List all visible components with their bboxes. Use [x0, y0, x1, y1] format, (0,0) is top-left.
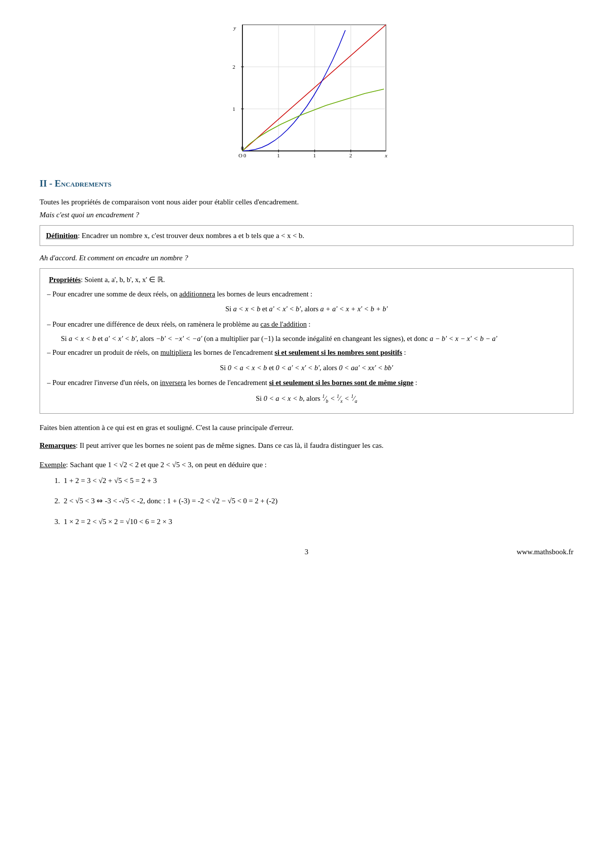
svg-text:y: y	[233, 25, 236, 31]
definition-label: Définition	[46, 232, 78, 240]
prop-4-formula: Si 0 < a < x < b, alors 1⁄b < 1⁄x < 1⁄a	[47, 392, 566, 405]
chart-container: 1 1 2 1 2 O 0 0	[40, 20, 573, 163]
svg-text:2: 2	[233, 64, 236, 70]
intro-text: Toutes les propriétés de comparaison von…	[40, 196, 573, 208]
remarks-text: Remarques: Il peut arriver que les borne…	[40, 439, 573, 452]
example-label: Exemple	[40, 461, 66, 469]
prop-2-detail: Si a < x < b et a' < x' < b', alors −b' …	[47, 333, 566, 345]
remarks-label: Remarques	[40, 441, 76, 449]
svg-text:2: 2	[349, 152, 352, 158]
svg-text:x: x	[384, 152, 387, 158]
page-content: 1 1 2 1 2 O 0 0	[40, 20, 573, 556]
section-ii: II - Encadrements	[40, 178, 573, 189]
example-item-3: 3. 1 × 2 = 2 < √5 × 2 = √10 < 6 = 2 × 3	[54, 516, 573, 529]
page-footer: 3 www.mathsbook.fr	[40, 548, 573, 556]
example-intro-text: : Sachant que 1 < √2 < 2 et que 2 < √5 <…	[66, 461, 267, 469]
svg-text:1: 1	[277, 152, 280, 158]
definition-text: : Encadrer un nombre x, c'est trouver de…	[78, 232, 304, 240]
website-label: www.mathsbook.fr	[517, 548, 573, 556]
italic-question-1: Mais c'est quoi un encadrement ?	[40, 211, 573, 219]
properties-header-text: : Soient a, a', b, b', x, x' ∈ ℝ.	[81, 276, 165, 284]
svg-text:O: O	[238, 152, 242, 158]
prop-3: – Pour encadrer un produit de réels, on …	[47, 346, 566, 359]
example-list: 1. 1 + 2 = 3 < √2 + √5 < 5 = 2 + 3 2. 2 …	[40, 475, 573, 529]
remarks-body: : Il peut arriver que les bornes ne soie…	[76, 441, 383, 449]
properties-box: Propriétés: Soient a, a', b, b', x, x' ∈…	[40, 268, 573, 414]
example-item-1: 1. 1 + 2 = 3 < √2 + √5 < 5 = 2 + 3	[54, 475, 573, 487]
prop-header: Propriétés: Soient a, a', b, b', x, x' ∈…	[47, 274, 566, 286]
section-heading: II - Encadrements	[40, 178, 573, 189]
prop-2: – Pour encadrer une différence de deux r…	[47, 318, 566, 331]
prop-1-formula: Si a < x < b et a' < x' < b', alors a + …	[47, 303, 566, 315]
example-item-2: 2. 2 < √5 < 3 ⇔ -3 < -√5 < -2, donc : 1 …	[54, 495, 573, 508]
svg-text:1: 1	[233, 106, 236, 112]
example-intro-line: Exemple: Sachant que 1 < √2 < 2 et que 2…	[40, 459, 573, 472]
properties-label: Propriétés	[49, 276, 81, 284]
attention-text: Faites bien attention à ce qui est en gr…	[40, 422, 573, 434]
italic-question-2: Ah d'accord. Et comment on encadre un no…	[40, 254, 573, 262]
prop-1: – Pour encadrer une somme de deux réels,…	[47, 288, 566, 300]
graph-svg: 1 1 2 1 2 O 0 0	[213, 20, 401, 163]
svg-text:0: 0	[243, 152, 246, 158]
svg-text:1: 1	[313, 152, 316, 158]
page-number: 3	[40, 548, 573, 556]
definition-box: Définition: Encadrer un nombre x, c'est …	[40, 225, 573, 246]
prop-3-formula: Si 0 < a < x < b et 0 < a' < x' < b', al…	[47, 362, 566, 374]
prop-4: – Pour encadrer l'inverse d'un réels, on…	[47, 377, 566, 389]
